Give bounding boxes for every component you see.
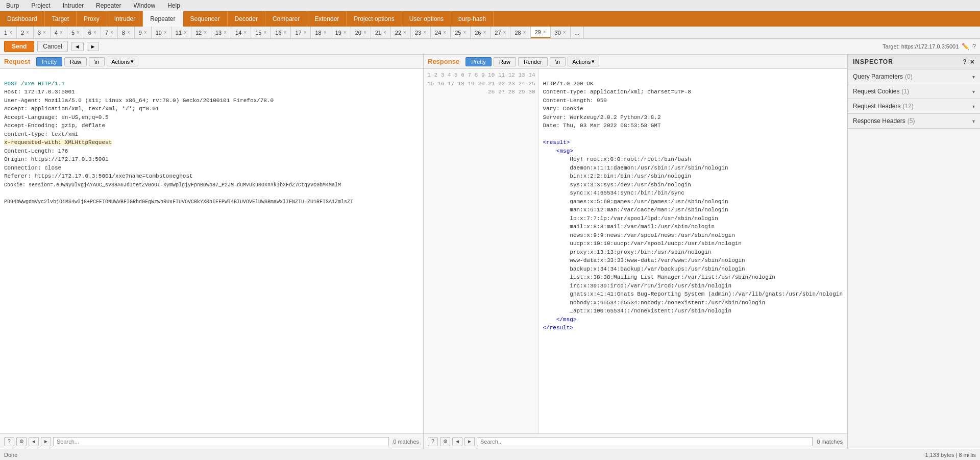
rep-tab-more[interactable]: ... xyxy=(571,27,584,38)
inspector-query-params-header[interactable]: Query Parameters (0) ▾ xyxy=(848,69,980,84)
rep-tab-27[interactable]: 27× xyxy=(491,27,510,38)
rep-tab-1[interactable]: 1× xyxy=(0,27,17,38)
rep-tab-5[interactable]: 5× xyxy=(67,27,84,38)
help-target-icon[interactable]: ? xyxy=(972,43,976,50)
inspector-query-params-label: Query Parameters xyxy=(853,73,903,80)
inspector-response-headers-header[interactable]: Response Headers (5) ▾ xyxy=(848,114,980,128)
rep-tab-25[interactable]: 25× xyxy=(451,27,471,38)
cancel-button[interactable]: Cancel xyxy=(37,41,67,52)
response-code-area[interactable]: 1 2 3 4 5 6 7 8 9 10 11 12 13 14 15 16 1… xyxy=(424,69,847,433)
response-search-prev-icon[interactable]: ◄ xyxy=(452,437,462,446)
inspector-close-icon[interactable]: × xyxy=(970,58,975,66)
menu-window[interactable]: Window xyxy=(131,2,157,10)
inspector-help-icon[interactable]: ? xyxy=(963,58,967,65)
main-content: Request Pretty Raw \n Actions ▾ POST /xx… xyxy=(0,55,980,449)
tab-burp-hash[interactable]: burp-hash xyxy=(451,11,494,27)
request-panel: Request Pretty Raw \n Actions ▾ POST /xx… xyxy=(0,55,424,449)
rep-tab-22[interactable]: 22× xyxy=(391,27,411,38)
menu-help[interactable]: Help xyxy=(165,2,182,10)
request-code-content: POST /xxe HTTP/1.1 Host: 172.17.0.3:5001… xyxy=(0,69,423,433)
response-search-settings-icon[interactable]: ⚙ xyxy=(440,437,450,446)
response-search-help-icon[interactable]: ? xyxy=(428,437,438,446)
tab-comparer[interactable]: Comparer xyxy=(265,11,307,27)
tab-project-options[interactable]: Project options xyxy=(347,11,402,27)
inspector-response-headers-count: (5) xyxy=(908,117,915,125)
nav-forward-button[interactable]: ► xyxy=(87,42,100,51)
tab-proxy[interactable]: Proxy xyxy=(77,11,107,27)
menu-intruder[interactable]: Intruder xyxy=(61,2,86,10)
response-actions-chevron-icon: ▾ xyxy=(592,58,595,65)
inspector-response-headers: Response Headers (5) ▾ xyxy=(848,114,980,129)
status-right: 1,133 bytes | 8 millis xyxy=(925,452,976,458)
response-search-input[interactable] xyxy=(477,437,813,446)
request-search-next-icon[interactable]: ► xyxy=(41,437,51,446)
tab-decoder[interactable]: Decoder xyxy=(228,11,265,27)
rep-tab-20[interactable]: 20× xyxy=(351,27,371,38)
rep-tab-29[interactable]: 29× xyxy=(531,27,551,38)
rep-tab-8[interactable]: 8× xyxy=(118,27,135,38)
tab-dashboard[interactable]: Dashboard xyxy=(0,11,45,27)
rep-tab-24[interactable]: 24× xyxy=(431,27,451,38)
request-tab-pretty[interactable]: Pretty xyxy=(36,57,62,66)
rep-tab-21[interactable]: 21× xyxy=(371,27,391,38)
response-actions-button[interactable]: Actions ▾ xyxy=(568,57,599,66)
rep-tab-13[interactable]: 13× xyxy=(211,27,231,38)
response-tab-render[interactable]: Render xyxy=(518,57,548,66)
inspector-request-headers-count: (12) xyxy=(902,103,913,110)
response-tab-raw[interactable]: Raw xyxy=(494,57,516,66)
rep-tab-23[interactable]: 23× xyxy=(411,27,431,38)
rep-tab-30[interactable]: 30× xyxy=(551,27,571,38)
send-button[interactable]: Send xyxy=(4,41,34,52)
inspector-request-cookies-label: Request Cookies xyxy=(853,88,899,95)
rep-tab-6[interactable]: 6× xyxy=(84,27,101,38)
tab-repeater[interactable]: Repeater xyxy=(143,11,183,27)
tab-user-options[interactable]: User options xyxy=(402,11,451,27)
rep-tab-17[interactable]: 17× xyxy=(291,27,311,38)
request-tab-raw[interactable]: Raw xyxy=(64,57,87,66)
rep-tab-15[interactable]: 15× xyxy=(251,27,271,38)
inspector-request-headers-header[interactable]: Request Headers (12) ▾ xyxy=(848,99,980,113)
menu-project[interactable]: Project xyxy=(29,2,52,10)
response-tab-pretty[interactable]: Pretty xyxy=(465,57,492,66)
inspector-request-cookies-chevron-icon: ▾ xyxy=(972,89,975,94)
request-search-help-icon[interactable]: ? xyxy=(4,437,14,446)
rep-tab-28[interactable]: 28× xyxy=(510,27,530,38)
menu-burp[interactable]: Burp xyxy=(4,2,21,10)
rep-tab-26[interactable]: 26× xyxy=(471,27,491,38)
request-search-settings-icon[interactable]: ⚙ xyxy=(16,437,27,446)
request-search-prev-icon[interactable]: ◄ xyxy=(29,437,39,446)
tab-intruder[interactable]: Intruder xyxy=(107,11,143,27)
nav-back-button[interactable]: ◄ xyxy=(71,42,84,51)
inspector-request-cookies-header[interactable]: Request Cookies (1) ▾ xyxy=(848,84,980,99)
request-tab-ln[interactable]: \n xyxy=(89,57,105,66)
rep-tab-2[interactable]: 2× xyxy=(17,27,34,38)
rep-tab-14[interactable]: 14× xyxy=(231,27,251,38)
request-actions-button[interactable]: Actions ▾ xyxy=(107,57,138,66)
rep-tab-16[interactable]: 16× xyxy=(271,27,291,38)
rep-tab-3[interactable]: 3× xyxy=(34,27,51,38)
rep-tab-9[interactable]: 9× xyxy=(135,27,152,38)
inspector-query-params: Query Parameters (0) ▾ xyxy=(848,69,980,84)
response-line-numbers: 1 2 3 4 5 6 7 8 9 10 11 12 13 14 15 16 1… xyxy=(424,69,539,433)
request-search-input[interactable] xyxy=(53,437,389,446)
inspector-panel: INSPECTOR ? × Query Parameters (0) ▾ Req… xyxy=(847,55,980,449)
rep-tab-12[interactable]: 12× xyxy=(191,27,211,38)
actions-chevron-icon: ▾ xyxy=(131,58,134,65)
request-code-area[interactable]: POST /xxe HTTP/1.1 Host: 172.17.0.3:5001… xyxy=(0,69,423,433)
rep-tab-11[interactable]: 11× xyxy=(172,27,191,38)
rep-tab-18[interactable]: 18× xyxy=(311,27,331,38)
rep-tab-7[interactable]: 7× xyxy=(101,27,118,38)
menu-repeater[interactable]: Repeater xyxy=(94,2,123,10)
inspector-request-cookies: Request Cookies (1) ▾ xyxy=(848,84,980,99)
inspector-request-headers-chevron-icon: ▾ xyxy=(972,104,975,109)
response-panel: Response Pretty Raw Render \n Actions ▾ … xyxy=(424,55,847,449)
tab-target[interactable]: Target xyxy=(45,11,77,27)
rep-tab-4[interactable]: 4× xyxy=(51,27,67,38)
response-search-next-icon[interactable]: ► xyxy=(464,437,475,446)
rep-tab-19[interactable]: 19× xyxy=(331,27,351,38)
tab-extender[interactable]: Extender xyxy=(307,11,347,27)
rep-tab-10[interactable]: 10× xyxy=(152,27,172,38)
tab-sequencer[interactable]: Sequencer xyxy=(183,11,228,27)
edit-target-icon[interactable]: ✏️ xyxy=(962,43,969,50)
response-tab-ln[interactable]: \n xyxy=(550,57,566,66)
